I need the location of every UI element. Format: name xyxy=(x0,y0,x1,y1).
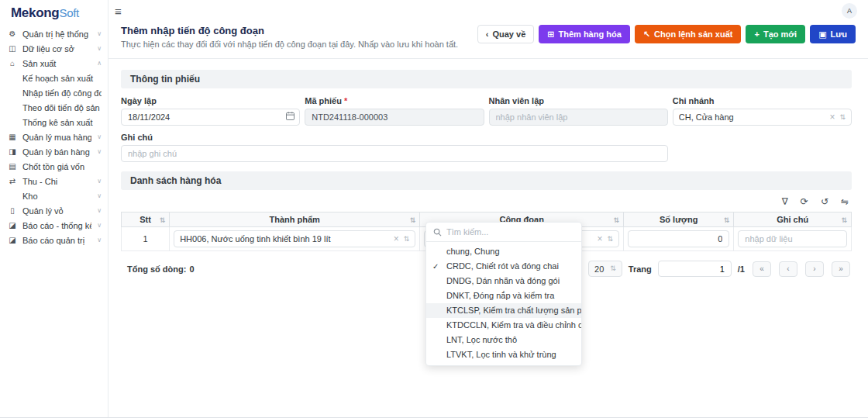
transfer-icon: ⇄ xyxy=(8,177,17,185)
select-stepper-icon[interactable]: ⇅ xyxy=(839,114,846,121)
avatar[interactable]: A xyxy=(842,3,857,19)
back-chevron-icon: ‹ xyxy=(486,30,489,39)
chart-icon: ◪ xyxy=(8,221,17,230)
pointer-icon: ↖ xyxy=(643,30,650,39)
search-icon xyxy=(433,228,442,237)
calendar-icon[interactable] xyxy=(286,112,294,120)
dropdown-option[interactable]: DNDG, Dán nhãn và đóng gói xyxy=(426,274,581,288)
save-button[interactable]: ▣ Lưu xyxy=(810,25,856,43)
sort-icon[interactable]: ⇅ xyxy=(160,216,166,224)
chart-icon: ◪ xyxy=(8,236,17,244)
sidebar-item-reports-stats[interactable]: ◪ Báo cáo - thống kê ∨ xyxy=(0,218,108,233)
per-page-select[interactable]: 20 ⇅ xyxy=(588,261,622,277)
goods-list-section-header: Danh sách hàng hóa xyxy=(121,171,852,190)
back-button-label: Quay về xyxy=(492,29,525,39)
prev-page-button[interactable]: ‹ xyxy=(779,261,797,277)
back-button[interactable]: ‹ Quay về xyxy=(477,25,534,43)
clear-icon[interactable]: × xyxy=(394,234,399,244)
employee-field: Nhân viên lập xyxy=(489,96,668,126)
column-settings-icon[interactable]: ⇋ xyxy=(841,197,849,206)
row-stt: 1 xyxy=(122,227,170,251)
note-label: Ghi chú xyxy=(121,133,668,142)
sidebar-item-label: Báo cáo quản trị xyxy=(22,236,91,245)
stage-dropdown: chung, Chung ✓CRDC, Chiết rót và đóng ch… xyxy=(425,222,582,366)
next-page-button[interactable]: › xyxy=(805,261,824,277)
quantity-input[interactable] xyxy=(628,230,729,247)
sidebar-item-production[interactable]: ⌂ Sản xuất ∧ xyxy=(0,56,108,71)
history-icon[interactable]: ↺ xyxy=(821,197,828,206)
sidebar-item-label: Quản trị hệ thống xyxy=(22,29,91,39)
brand-logo[interactable]: MekongSoft xyxy=(0,0,108,24)
clear-icon[interactable]: × xyxy=(829,112,835,122)
database-icon: ◫ xyxy=(8,44,17,53)
branch-select[interactable]: CH, Cửa hàng × ⇅ xyxy=(673,109,852,126)
chevron-down-icon: ∨ xyxy=(97,207,102,214)
sidebar-item-production-stats[interactable]: Thống kê sản xuất xyxy=(0,115,108,130)
table-toolbar: ∇ ⟳ ↺ ⇋ xyxy=(121,190,852,212)
total-rows-label: Tổng số dòng: xyxy=(127,264,186,274)
row-note-cell xyxy=(734,227,852,251)
row-note-input[interactable] xyxy=(738,230,847,247)
header-actions: ‹ Quay về ⊞ Thêm hàng hóa ↖ Chọn lệnh sả… xyxy=(477,25,856,43)
product-select[interactable]: HH006, Nước uống tinh khiết bình 19 lít … xyxy=(174,230,415,247)
dropdown-option[interactable]: DNKT, Đóng nắp và kiểm tra xyxy=(426,288,581,303)
chevron-up-icon: ∧ xyxy=(97,60,102,67)
create-new-button[interactable]: + Tạo mới xyxy=(746,25,805,43)
brand-name-secondary: Soft xyxy=(59,6,78,19)
sidebar-item-admin-reports[interactable]: ◪ Báo cáo quản trị ∨ xyxy=(0,233,108,247)
chevron-down-icon: ∨ xyxy=(97,237,102,244)
sort-icon[interactable]: ⇅ xyxy=(410,216,416,224)
sort-icon[interactable]: ⇅ xyxy=(841,216,847,224)
dropdown-search-input[interactable] xyxy=(446,227,574,237)
filter-icon[interactable]: ∇ xyxy=(782,197,788,206)
app-root: MekongSoft ⚙ Quản trị hệ thống ∨ ◫ Dữ li… xyxy=(0,0,868,418)
sidebar-item-container-mgmt[interactable]: ▯ Quản lý vỏ ∨ xyxy=(0,203,108,218)
chevron-down-icon: ∨ xyxy=(97,30,102,37)
dropdown-option[interactable]: KTDCCLN, Kiểm tra và điều chỉnh chất lượ… xyxy=(426,318,581,333)
select-stepper-icon[interactable]: ⇅ xyxy=(608,236,614,243)
employee-input xyxy=(489,109,668,126)
total-rows-value: 0 xyxy=(189,264,194,274)
dropdown-option[interactable]: LNT, Lọc nước thô xyxy=(426,333,581,347)
last-page-button[interactable]: » xyxy=(832,261,850,277)
sidebar-item-stage-progress-entry[interactable]: Nhập tiến độ công đoạn xyxy=(0,85,108,100)
select-production-order-button[interactable]: ↖ Chọn lệnh sản xuất xyxy=(635,25,742,43)
sidebar-item-system-admin[interactable]: ⚙ Quản trị hệ thống ∨ xyxy=(0,26,108,41)
bottle-icon: ▯ xyxy=(8,206,17,215)
menu-toggle-icon[interactable]: ≡ xyxy=(115,5,122,17)
code-input xyxy=(305,109,484,126)
chevron-down-icon: ∨ xyxy=(97,192,102,199)
dropdown-option[interactable]: chung, Chung xyxy=(426,244,581,259)
chevron-down-icon: ∨ xyxy=(97,178,102,185)
page-number-input[interactable] xyxy=(658,261,732,277)
sidebar-production-submenu: Kế hoạch sản xuất Nhập tiến độ công đoạn… xyxy=(0,71,108,130)
ticket-info-form: Ngày lập Mã phiếu * Nhân viên lập xyxy=(121,96,852,162)
sort-icon[interactable]: ⇅ xyxy=(614,216,620,224)
sidebar-item-cost-closing[interactable]: ▤ Chốt tồn giá vốn xyxy=(0,159,108,174)
note-input[interactable] xyxy=(121,145,668,162)
sidebar-item-production-progress-tracking[interactable]: Theo dõi tiến độ sản xuất xyxy=(0,100,108,115)
select-stepper-icon[interactable]: ⇅ xyxy=(404,236,410,243)
sort-icon[interactable]: ⇅ xyxy=(724,216,730,224)
chevron-down-icon: ∨ xyxy=(97,133,102,140)
dropdown-option-highlighted[interactable]: KTCLSP, Kiểm tra chất lượng sản phẩm cuố… xyxy=(426,303,581,318)
sidebar-item-sales[interactable]: ◨ Quản lý bán hàng ∨ xyxy=(0,144,108,159)
dropdown-option[interactable]: LTVKT, Lọc tinh và khử trùng xyxy=(426,347,581,362)
sidebar-item-warehouse[interactable]: Kho ∨ xyxy=(0,188,108,203)
clear-icon[interactable]: × xyxy=(598,234,603,244)
sidebar-item-base-data[interactable]: ◫ Dữ liệu cơ sở ∨ xyxy=(0,41,108,56)
dropdown-option-selected[interactable]: ✓CRDC, Chiết rót và đóng chai xyxy=(426,259,581,274)
add-goods-label: Thêm hàng hóa xyxy=(559,29,622,39)
sidebar-item-label: Nhập tiến độ công đoạn xyxy=(22,88,102,98)
sidebar-item-income-expense[interactable]: ⇄ Thu - Chi ∨ xyxy=(0,174,108,188)
sidebar-item-label: Báo cáo - thống kê xyxy=(22,221,91,230)
add-goods-button[interactable]: ⊞ Thêm hàng hóa xyxy=(539,25,630,43)
employee-label: Nhân viên lập xyxy=(489,96,668,105)
sidebar-item-production-plan[interactable]: Kế hoạch sản xuất xyxy=(0,71,108,85)
sidebar-item-label: Quản lý mua hàng xyxy=(22,133,91,142)
sidebar-item-purchasing[interactable]: ▦ Quản lý mua hàng ∨ xyxy=(0,130,108,144)
first-page-button[interactable]: « xyxy=(753,261,771,277)
refresh-icon[interactable]: ⟳ xyxy=(801,197,808,206)
date-input[interactable] xyxy=(121,109,300,126)
chevron-down-icon: ∨ xyxy=(97,45,102,52)
